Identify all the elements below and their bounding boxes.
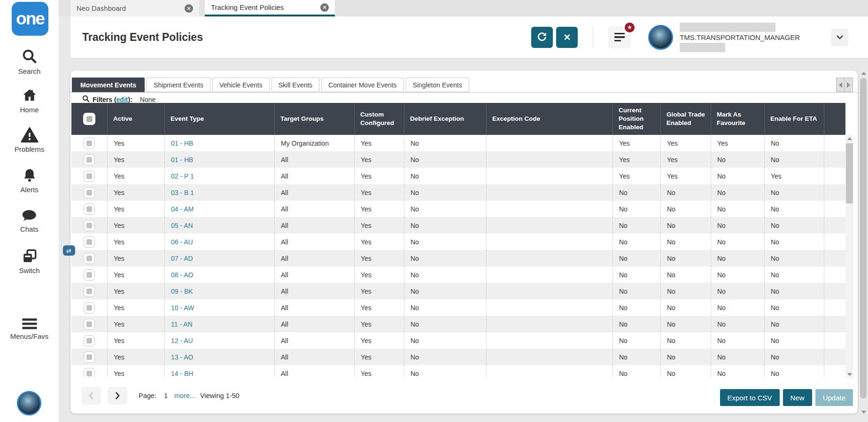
row-checkbox[interactable]	[84, 154, 95, 165]
row-checkbox[interactable]	[84, 138, 95, 149]
row-checkbox[interactable]	[84, 236, 95, 248]
filters-edit-link[interactable]: edit	[116, 96, 128, 103]
scroll-down-icon[interactable]	[845, 371, 853, 378]
sidebar-item-search[interactable]: Search	[0, 48, 59, 75]
window-scrollbar-thumb[interactable]	[860, 78, 867, 399]
cell-event_type: 13 - AO	[164, 349, 274, 365]
sidebar-item-home[interactable]: Home	[0, 87, 59, 114]
prev-page-button[interactable]	[81, 387, 101, 405]
sidebar-item-label: Chats	[20, 225, 39, 233]
sidebar-item-chats[interactable]: Chats	[0, 208, 59, 233]
update-button[interactable]: Update	[815, 389, 853, 406]
window-tab-neo-dashboard[interactable]: Neo Dashboard ×	[70, 0, 199, 16]
event-type-link[interactable]: 11 - AN	[171, 320, 193, 328]
cell-custom_configured: Yes	[354, 201, 404, 217]
event-type-link[interactable]: 01 - HB	[171, 140, 193, 147]
row-checkbox[interactable]	[84, 187, 95, 198]
scroll-up-icon[interactable]	[845, 135, 853, 142]
table-scrollbar[interactable]	[845, 135, 853, 378]
event-type-link[interactable]: 12 - AU	[171, 337, 193, 344]
sidebar-item-menus-favs[interactable]: Menus/Favs	[0, 318, 59, 340]
window-scroll-down-icon[interactable]	[860, 408, 868, 416]
user-avatar[interactable]	[648, 25, 673, 50]
row-select-cell	[71, 234, 107, 250]
event-type-link[interactable]: 14 - BH	[171, 370, 193, 377]
sidebar-item-alerts[interactable]: Alerts	[0, 167, 59, 194]
row-checkbox[interactable]	[84, 352, 95, 363]
export-to-csv-button[interactable]: Export to CSV	[720, 389, 780, 406]
cell-filler	[824, 151, 845, 168]
tab-close-icon[interactable]: ×	[185, 4, 193, 13]
refresh-button[interactable]	[531, 27, 553, 48]
user-dropdown-button[interactable]	[831, 29, 848, 46]
row-checkbox[interactable]	[84, 368, 95, 378]
pagination: Page: 1 more... Viewing 1-50	[81, 387, 240, 405]
tab-scroll-right-icon[interactable]	[845, 78, 853, 92]
select-all-checkbox[interactable]	[83, 113, 95, 125]
event-type-link[interactable]: 03 - B 1	[171, 189, 194, 196]
sidebar-item-problems[interactable]: Problems	[0, 127, 59, 153]
cell-filler	[824, 201, 845, 217]
current-page-number[interactable]: 1	[164, 392, 168, 399]
event-type-link[interactable]: 01 - HB	[171, 156, 193, 164]
window-tab-tracking-event-policies[interactable]: Tracking Event Policies ×	[205, 0, 335, 16]
row-checkbox[interactable]	[84, 253, 95, 264]
window-scroll-up-icon[interactable]	[860, 70, 868, 77]
event-type-link[interactable]: 02 - P 1	[171, 172, 194, 180]
table-row: Yes02 - P 1AllYesNoYesYesNoYes	[71, 168, 845, 184]
one-network-logo[interactable]: one	[12, 2, 48, 36]
next-page-button[interactable]	[108, 387, 127, 405]
event-type-link[interactable]: 08 - AO	[171, 271, 193, 279]
row-checkbox[interactable]	[84, 220, 95, 231]
row-checkbox[interactable]	[84, 319, 95, 330]
table-header-row: ActiveEvent TypeTarget GroupsCustom Conf…	[71, 103, 845, 135]
cell-event_type: 02 - P 1	[164, 168, 274, 184]
cell-target_groups: All	[274, 365, 354, 377]
cell-target_groups: All	[274, 168, 354, 184]
sidebar-avatar[interactable]	[17, 391, 41, 415]
cell-exception_code	[486, 299, 612, 316]
close-button[interactable]: ×	[556, 27, 578, 48]
cell-mark_as_favourite: No	[711, 266, 764, 283]
event-type-link[interactable]: 13 - AO	[171, 353, 193, 361]
cell-global_trade_enabled: Yes	[660, 151, 711, 168]
tab-shipment-events[interactable]: Shipment Events	[147, 78, 210, 92]
sidebar-item-switch[interactable]: ⇄ Switch	[0, 248, 59, 274]
switch-toggle-badge[interactable]: ⇄	[63, 245, 75, 256]
tab-close-icon[interactable]: ×	[320, 3, 329, 12]
cell-event_type: 09 - BK	[164, 283, 274, 299]
row-select-cell	[71, 349, 107, 365]
cell-target_groups: All	[274, 316, 354, 332]
cell-global_trade_enabled: Yes	[660, 168, 711, 184]
event-type-link[interactable]: 06 - AU	[171, 238, 193, 246]
row-select-cell	[71, 365, 107, 377]
row-checkbox[interactable]	[84, 286, 95, 297]
favorites-menu-button[interactable]: ★	[608, 26, 631, 48]
event-type-link[interactable]: 10 - AW	[171, 304, 194, 312]
new-button[interactable]: New	[783, 389, 812, 406]
row-checkbox[interactable]	[84, 269, 95, 281]
event-type-link[interactable]: 07 - AD	[171, 255, 193, 262]
cell-mark_as_favourite: No	[711, 299, 764, 316]
tab-skill-events[interactable]: Skill Events	[271, 78, 319, 92]
event-type-link[interactable]: 05 - AN	[171, 222, 193, 229]
event-type-link[interactable]: 09 - BK	[171, 288, 193, 295]
window-scrollbar[interactable]	[860, 70, 867, 416]
tab-movement-events[interactable]: Movement Events	[72, 78, 145, 92]
event-type-link[interactable]: 04 - AM	[171, 205, 194, 213]
tab-container-move-events[interactable]: Container Move Events	[321, 78, 404, 92]
row-checkbox[interactable]	[84, 171, 95, 182]
row-checkbox[interactable]	[84, 203, 95, 215]
cell-exception_code	[486, 266, 612, 283]
cell-global_trade_enabled: No	[660, 299, 711, 316]
more-pages-link[interactable]: more...	[174, 392, 195, 399]
row-checkbox[interactable]	[84, 335, 95, 346]
table-row: Yes13 - AOAllYesNoNoNoNoNo	[71, 349, 845, 365]
cell-event_type: 06 - AU	[164, 234, 274, 250]
tab-vehicle-events[interactable]: Vehicle Events	[212, 78, 270, 92]
table-scrollbar-thumb[interactable]	[846, 143, 853, 203]
row-checkbox[interactable]	[84, 302, 95, 313]
cell-target_groups: All	[274, 299, 354, 316]
tab-scroll-left-icon[interactable]	[836, 78, 845, 92]
tab-singleton-events[interactable]: Singleton Events	[406, 78, 469, 92]
